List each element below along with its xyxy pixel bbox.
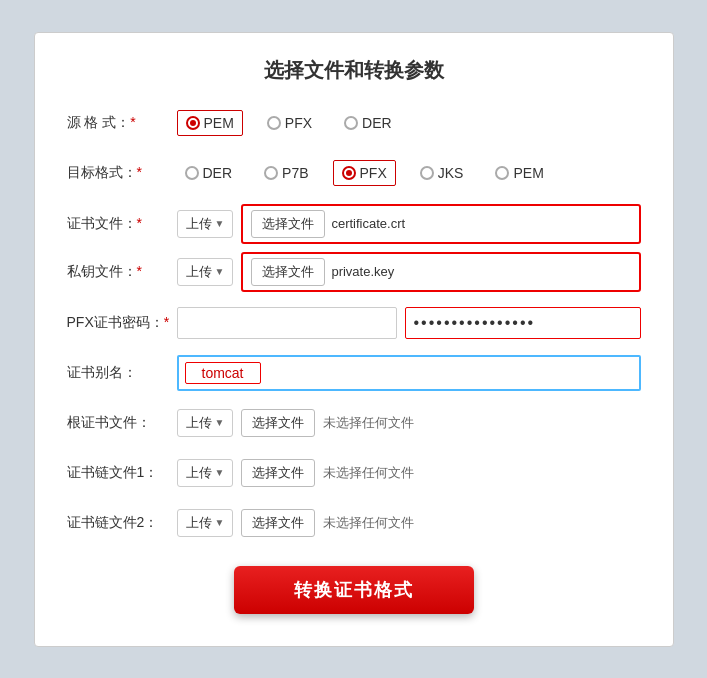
chain2-label: 证书链文件2： bbox=[67, 514, 177, 532]
source-format-label: 源 格 式：* bbox=[67, 114, 177, 132]
cert-file-name: certificate.crt bbox=[331, 216, 405, 231]
alias-label: 证书别名： bbox=[67, 364, 177, 382]
cert-file-control: 上传 ▼ 选择文件 certificate.crt bbox=[177, 204, 641, 244]
cert-upload-button[interactable]: 上传 ▼ bbox=[177, 210, 234, 238]
chain1-upload-button[interactable]: 上传 ▼ bbox=[177, 459, 234, 487]
target-jks-radio-dot bbox=[420, 166, 434, 180]
target-jks-label: JKS bbox=[438, 165, 464, 181]
target-format-label: 目标格式：* bbox=[67, 164, 177, 182]
submit-button[interactable]: 转换证书格式 bbox=[234, 566, 474, 614]
target-der-option[interactable]: DER bbox=[177, 161, 241, 185]
target-pfx-radio-dot bbox=[342, 166, 356, 180]
target-format-control: DER P7B PFX JKS PEM bbox=[177, 160, 641, 186]
alias-value: tomcat bbox=[185, 362, 261, 384]
target-p7b-radio-dot bbox=[264, 166, 278, 180]
source-der-radio-dot bbox=[344, 116, 358, 130]
target-pfx-label: PFX bbox=[360, 165, 387, 181]
chain2-upload-arrow-icon: ▼ bbox=[215, 517, 225, 528]
alias-input-wrap: tomcat bbox=[177, 355, 641, 391]
pfx-password-control bbox=[177, 307, 641, 339]
page-title: 选择文件和转换参数 bbox=[67, 57, 641, 84]
target-p7b-label: P7B bbox=[282, 165, 308, 181]
root-cert-upload-arrow-icon: ▼ bbox=[215, 417, 225, 428]
pfx-password-label: PFX证书密码：* bbox=[67, 314, 177, 332]
target-der-label: DER bbox=[203, 165, 233, 181]
cert-file-row: 证书文件：* 上传 ▼ 选择文件 certificate.crt bbox=[67, 204, 641, 244]
chain2-control: 上传 ▼ 选择文件 未选择任何文件 bbox=[177, 509, 641, 537]
root-cert-choose-file-button[interactable]: 选择文件 bbox=[241, 409, 315, 437]
cert-key-row: 证书文件：* 上传 ▼ 选择文件 certificate.crt 私钥文件：* bbox=[67, 204, 641, 292]
target-format-row: 目标格式：* DER P7B PFX JKS bbox=[67, 154, 641, 192]
key-choose-file-button[interactable]: 选择文件 bbox=[251, 258, 325, 286]
source-pem-label: PEM bbox=[204, 115, 234, 131]
chain2-choose-file-button[interactable]: 选择文件 bbox=[241, 509, 315, 537]
pfx-password-row: PFX证书密码：* bbox=[67, 304, 641, 342]
private-key-row: 私钥文件：* 上传 ▼ 选择文件 private.key bbox=[67, 252, 641, 292]
root-cert-label: 根证书文件： bbox=[67, 414, 177, 432]
cert-upload-arrow-icon: ▼ bbox=[215, 218, 225, 229]
chain2-no-file: 未选择任何文件 bbox=[323, 514, 414, 532]
private-key-file-name: private.key bbox=[331, 264, 394, 279]
alias-control: tomcat bbox=[177, 355, 641, 391]
source-pem-option[interactable]: PEM bbox=[177, 110, 243, 136]
target-pem-radio-dot bbox=[495, 166, 509, 180]
cert-choose-file-button[interactable]: 选择文件 bbox=[251, 210, 325, 238]
root-cert-upload-button[interactable]: 上传 ▼ bbox=[177, 409, 234, 437]
source-pfx-option[interactable]: PFX bbox=[259, 111, 320, 135]
root-cert-row: 根证书文件： 上传 ▼ 选择文件 未选择任何文件 bbox=[67, 404, 641, 442]
target-p7b-option[interactable]: P7B bbox=[256, 161, 316, 185]
target-jks-option[interactable]: JKS bbox=[412, 161, 472, 185]
private-key-control: 上传 ▼ 选择文件 private.key bbox=[177, 252, 641, 292]
chain1-row: 证书链文件1： 上传 ▼ 选择文件 未选择任何文件 bbox=[67, 454, 641, 492]
chain1-upload-arrow-icon: ▼ bbox=[215, 467, 225, 478]
target-format-group: DER P7B PFX JKS PEM bbox=[177, 160, 552, 186]
chain2-upload-button[interactable]: 上传 ▼ bbox=[177, 509, 234, 537]
target-pem-label: PEM bbox=[513, 165, 543, 181]
source-pem-radio-dot bbox=[186, 116, 200, 130]
chain1-choose-file-button[interactable]: 选择文件 bbox=[241, 459, 315, 487]
submit-wrap: 转换证书格式 bbox=[67, 566, 641, 614]
main-card: 选择文件和转换参数 源 格 式：* PEM PFX DER bbox=[34, 32, 674, 647]
private-key-label: 私钥文件：* bbox=[67, 263, 177, 281]
cert-file-label: 证书文件：* bbox=[67, 215, 177, 233]
pfx-password-left-input[interactable] bbox=[177, 307, 397, 339]
root-cert-control: 上传 ▼ 选择文件 未选择任何文件 bbox=[177, 409, 641, 437]
target-pem-option[interactable]: PEM bbox=[487, 161, 551, 185]
source-format-row: 源 格 式：* PEM PFX DER bbox=[67, 104, 641, 142]
chain1-control: 上传 ▼ 选择文件 未选择任何文件 bbox=[177, 459, 641, 487]
key-upload-arrow-icon: ▼ bbox=[215, 266, 225, 277]
source-der-option[interactable]: DER bbox=[336, 111, 400, 135]
target-pfx-option[interactable]: PFX bbox=[333, 160, 396, 186]
chain1-label: 证书链文件1： bbox=[67, 464, 177, 482]
chain2-row: 证书链文件2： 上传 ▼ 选择文件 未选择任何文件 bbox=[67, 504, 641, 542]
source-pfx-radio-dot bbox=[267, 116, 281, 130]
source-format-group: PEM PFX DER bbox=[177, 110, 400, 136]
source-pfx-label: PFX bbox=[285, 115, 312, 131]
alias-row: 证书别名： tomcat bbox=[67, 354, 641, 392]
target-der-radio-dot bbox=[185, 166, 199, 180]
key-upload-button[interactable]: 上传 ▼ bbox=[177, 258, 234, 286]
source-format-control: PEM PFX DER bbox=[177, 110, 641, 136]
source-der-label: DER bbox=[362, 115, 392, 131]
chain1-no-file: 未选择任何文件 bbox=[323, 464, 414, 482]
pfx-password-input[interactable] bbox=[405, 307, 641, 339]
root-cert-no-file: 未选择任何文件 bbox=[323, 414, 414, 432]
